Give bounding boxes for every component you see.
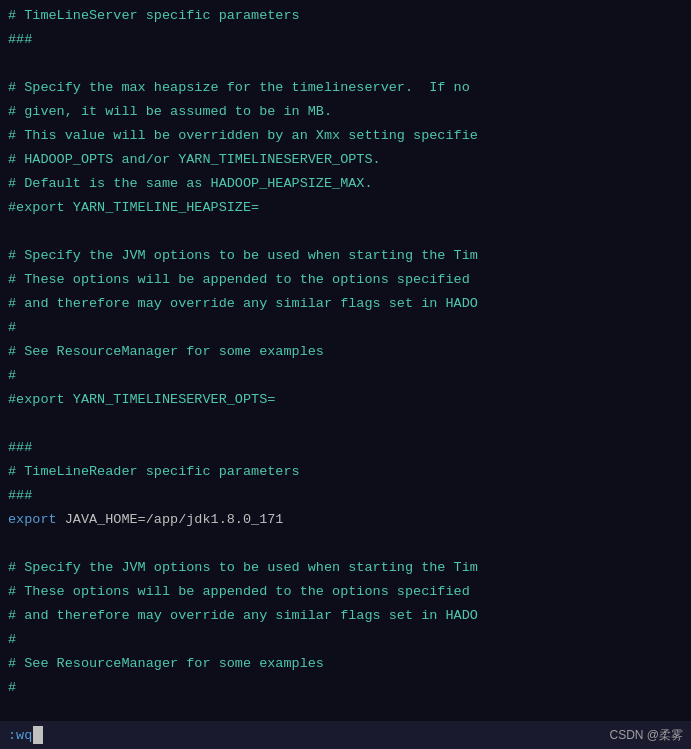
code-line: ### xyxy=(0,28,691,52)
code-line: # and therefore may override any similar… xyxy=(0,604,691,628)
code-area: # TimeLineServer specific parameters ###… xyxy=(0,4,691,700)
cursor xyxy=(33,726,43,744)
code-line: # See ResourceManager for some examples xyxy=(0,340,691,364)
code-line: # TimeLineServer specific parameters xyxy=(0,4,691,28)
status-bar: :wq CSDN @柔雾 xyxy=(0,721,691,749)
code-line: # These options will be appended to the … xyxy=(0,268,691,292)
code-line: #export YARN_TIMELINE_HEAPSIZE= xyxy=(0,196,691,220)
code-line: # HADOOP_OPTS and/or YARN_TIMELINESERVER… xyxy=(0,148,691,172)
code-line xyxy=(0,52,691,76)
code-line xyxy=(0,412,691,436)
command-text: :wq xyxy=(8,728,32,743)
code-line: # and therefore may override any similar… xyxy=(0,292,691,316)
code-line: # given, it will be assumed to be in MB. xyxy=(0,100,691,124)
code-line: ### xyxy=(0,484,691,508)
code-line: # See ResourceManager for some examples xyxy=(0,652,691,676)
code-line: # TimeLineReader specific parameters xyxy=(0,460,691,484)
code-line xyxy=(0,532,691,556)
code-line: # xyxy=(0,676,691,700)
branding-text: CSDN @柔雾 xyxy=(609,727,683,744)
code-line: # xyxy=(0,316,691,340)
code-line xyxy=(0,220,691,244)
code-line: # These options will be appended to the … xyxy=(0,580,691,604)
code-line: # xyxy=(0,628,691,652)
code-line: ### xyxy=(0,436,691,460)
code-line: #export YARN_TIMELINESERVER_OPTS= xyxy=(0,388,691,412)
export-keyword: export xyxy=(8,512,57,527)
code-line: # xyxy=(0,364,691,388)
status-command: :wq xyxy=(8,726,43,744)
code-line: # Specify the JVM options to be used whe… xyxy=(0,244,691,268)
editor-container: # TimeLineServer specific parameters ###… xyxy=(0,0,691,749)
export-line: export JAVA_HOME=/app/jdk1.8.0_171 xyxy=(0,508,691,532)
code-line: # Default is the same as HADOOP_HEAPSIZE… xyxy=(0,172,691,196)
code-line: # Specify the max heapsize for the timel… xyxy=(0,76,691,100)
code-line: # This value will be overridden by an Xm… xyxy=(0,124,691,148)
code-line: # Specify the JVM options to be used whe… xyxy=(0,556,691,580)
